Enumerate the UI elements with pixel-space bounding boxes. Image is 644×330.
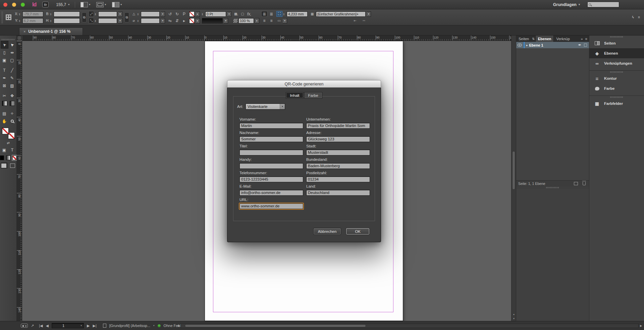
handy-input[interactable]: [239, 163, 303, 169]
height-stepper[interactable]: ▴▾: [50, 19, 53, 22]
arrange-documents-button[interactable]: ▾: [112, 2, 122, 7]
dock-item-farbe[interactable]: Farbe: [589, 83, 644, 93]
gradient-feather-tool[interactable]: [8, 100, 16, 107]
next-page-button[interactable]: ▶: [87, 324, 90, 328]
corner-radius-field[interactable]: 4,233 mm: [287, 11, 308, 17]
y-stepper[interactable]: ▴▾: [19, 19, 21, 22]
normal-view-mode-button[interactable]: [1, 162, 7, 169]
zoom-tool[interactable]: [8, 117, 16, 125]
line-tool[interactable]: ╱: [8, 66, 16, 74]
x-stepper[interactable]: ▴▾: [19, 13, 21, 15]
stroke-color-dropdown[interactable]: ▸: [196, 11, 200, 17]
y-value-field[interactable]: 6,2 mm: [22, 18, 43, 23]
type-tool[interactable]: T: [1, 66, 8, 74]
land-input[interactable]: [306, 190, 370, 196]
dock-item-seiten[interactable]: Seiten: [589, 38, 644, 48]
scale-x-stepper[interactable]: ▴▾: [95, 13, 97, 15]
ok-button[interactable]: OK: [346, 228, 370, 235]
opacity-dropdown[interactable]: ▸: [255, 18, 259, 23]
fx-icon[interactable]: fx,: [246, 12, 252, 16]
art-type-dropdown[interactable]: Visitenkarte ▾: [246, 104, 285, 110]
formatting-affects-container-button[interactable]: ▣: [1, 147, 7, 153]
tab-inhalt[interactable]: Inhalt: [286, 92, 303, 98]
layer-selection-square[interactable]: [584, 44, 587, 47]
gap-tool[interactable]: ⇹: [8, 49, 16, 56]
url-input[interactable]: [239, 203, 303, 209]
apply-gradient-button[interactable]: [6, 155, 10, 160]
pen-tool[interactable]: ✒: [1, 74, 8, 82]
shear-stepper[interactable]: ▴▾: [138, 19, 140, 22]
last-page-button[interactable]: ▶|: [93, 324, 96, 328]
scale-link-icon[interactable]: ⧉: [124, 12, 129, 22]
preflight-profile[interactable]: [Grundprofil] (Arbeitssp...: [109, 324, 150, 328]
scissors-tool[interactable]: ✂: [1, 92, 8, 100]
window-zoom-button[interactable]: [21, 3, 25, 7]
tab-verknuepfungen[interactable]: Verknüp: [554, 36, 572, 42]
horizontal-scrollbar-track[interactable]: [180, 324, 639, 328]
panel-grip[interactable]: [1, 12, 3, 23]
panel-resize-grip[interactable]: [546, 187, 559, 188]
content-placer-tool[interactable]: ▢: [8, 56, 16, 64]
screen-mode-button[interactable]: ▾: [96, 2, 106, 7]
formatting-affects-text-button[interactable]: T: [9, 147, 15, 153]
quick-apply-lightning-icon[interactable]: ϟ: [632, 15, 634, 19]
view-options-button[interactable]: ▾: [80, 2, 90, 7]
flip-vertical-icon[interactable]: ⇵: [174, 18, 180, 23]
telefonnummer-input[interactable]: [239, 177, 303, 182]
layer-name[interactable]: Ebene 1: [529, 43, 543, 47]
layer-visibility-toggle[interactable]: [516, 42, 524, 48]
hand-tool[interactable]: ✋: [1, 117, 8, 125]
clear-transformations-icon[interactable]: P: [181, 12, 187, 16]
scale-y-stepper[interactable]: ▴▾: [95, 19, 97, 22]
scale-x-dropdown[interactable]: ▾: [118, 11, 122, 17]
scroll-down-icon[interactable]: ▾: [512, 316, 516, 321]
pencil-tool[interactable]: ✎: [8, 74, 16, 82]
ruler-origin-corner[interactable]: [17, 36, 22, 41]
align-icon[interactable]: ⇤: [353, 19, 358, 22]
jump-object-icon[interactable]: ≡: [268, 18, 274, 23]
gradient-swatch-tool[interactable]: [1, 100, 8, 107]
vertical-scrollbar[interactable]: ▴ ▾: [511, 36, 516, 321]
dock-item-ebenen[interactable]: ◈ Ebenen: [589, 48, 644, 58]
stroke-style-preview[interactable]: [202, 18, 223, 23]
preview-mode-button[interactable]: [9, 162, 16, 169]
delete-layer-trash-icon[interactable]: [583, 182, 586, 185]
corner-shape-icon[interactable]: ▭: [276, 19, 282, 22]
dock-grip[interactable]: [610, 96, 624, 98]
scroll-up-icon[interactable]: ▴: [512, 312, 516, 316]
adresse-input[interactable]: [306, 136, 370, 142]
wrap-bounding-box-icon[interactable]: ≣: [268, 12, 274, 16]
scroll-left-icon[interactable]: ◀: [176, 325, 180, 327]
control-panel-menu-icon[interactable]: ≡: [638, 15, 640, 19]
page-tool[interactable]: ▯: [1, 49, 8, 56]
swap-fill-stroke-icon[interactable]: ⇄: [7, 141, 9, 145]
rotation-stepper[interactable]: ▴▾: [138, 13, 140, 15]
stadt-input[interactable]: [306, 150, 370, 155]
tab-ebenen[interactable]: Ebenen: [535, 36, 554, 42]
scale-x-field[interactable]: [98, 11, 117, 17]
tab-seiten[interactable]: Seiten: [516, 36, 531, 42]
no-text-wrap-icon[interactable]: ≣: [261, 11, 267, 17]
direct-selection-tool[interactable]: ➤: [8, 41, 16, 49]
fill-color-dropdown[interactable]: ▸: [196, 18, 200, 23]
horizontal-scrollbar[interactable]: ◀ ▶: [176, 323, 643, 328]
layer-row[interactable]: ▸ Ebene 1 ✒: [516, 42, 589, 48]
new-layer-icon[interactable]: [574, 182, 578, 185]
dock-grip[interactable]: [610, 36, 624, 38]
vorname-input[interactable]: [239, 123, 303, 129]
stroke-color-swatch-none[interactable]: [189, 11, 195, 17]
scale-y-field[interactable]: [98, 18, 117, 23]
width-stepper[interactable]: ▴▾: [50, 13, 53, 15]
scale-y-dropdown[interactable]: ▾: [118, 18, 122, 23]
stroke-weight-field[interactable]: 0 Pt: [205, 11, 226, 17]
dock-item-farbfelder[interactable]: ▦ Farbfelder: [589, 98, 644, 109]
frame-tool[interactable]: ⊠: [1, 82, 8, 89]
collapse-panels-icon[interactable]: »: [581, 37, 583, 41]
dock-item-kontur[interactable]: ≡ Kontur: [589, 73, 644, 83]
height-value-field[interactable]: [54, 18, 80, 23]
search-input[interactable]: [587, 2, 619, 7]
rotation-field[interactable]: [141, 11, 160, 17]
corner-radius-stepper[interactable]: ▴▾: [283, 13, 286, 15]
stroke-weight-dropdown[interactable]: ▾: [227, 11, 231, 17]
document-tab[interactable]: × Unbenannt-1 @ 156 %: [19, 27, 83, 35]
